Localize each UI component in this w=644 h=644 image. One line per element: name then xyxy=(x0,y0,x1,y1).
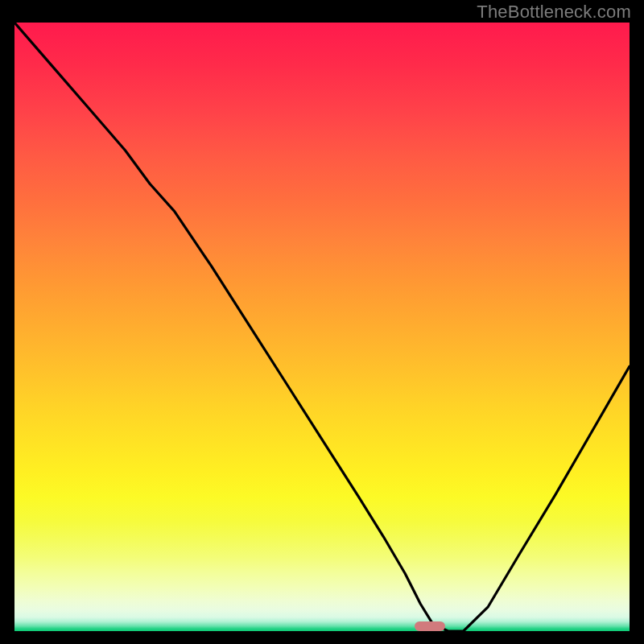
chart-frame: TheBottleneck.com xyxy=(0,0,644,644)
bottleneck-curve-svg xyxy=(14,23,630,631)
bottleneck-curve-path xyxy=(14,23,630,631)
watermark-label: TheBottleneck.com xyxy=(477,2,631,23)
optimal-zone-marker xyxy=(415,621,445,631)
